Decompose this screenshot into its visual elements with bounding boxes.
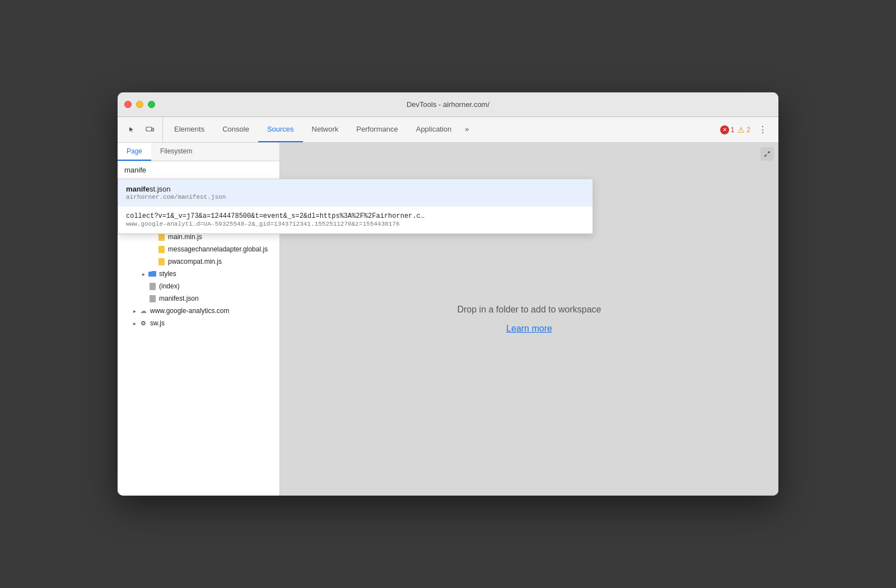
- window-title: DevTools - airhorner.com/: [407, 100, 489, 109]
- search-container: manifest.json airhorner.com/manifest.jso…: [118, 161, 279, 179]
- tree-item-manifest[interactable]: manifest.json: [118, 292, 279, 305]
- title-bar: DevTools - airhorner.com/: [118, 92, 778, 117]
- error-icon: ✕: [720, 125, 729, 134]
- tab-network[interactable]: Network: [303, 117, 348, 142]
- tree-item-index[interactable]: (index): [118, 280, 279, 292]
- svg-rect-0: [146, 127, 152, 131]
- device-icon[interactable]: [142, 122, 158, 138]
- svg-rect-4: [158, 246, 165, 253]
- tab-console[interactable]: Console: [213, 117, 258, 142]
- tree-item-styles[interactable]: styles: [118, 268, 279, 280]
- autocomplete-title-1: manifest.json: [126, 185, 585, 193]
- tree-item-google-analytics[interactable]: ☁ www.google-analytics.com: [118, 305, 279, 317]
- tree-label-index: (index): [159, 282, 180, 290]
- workspace-drop-text: Drop in a folder to add to workspace: [457, 305, 601, 315]
- tree-item-sw[interactable]: ⚙ sw.js: [118, 317, 279, 329]
- autocomplete-title-2: collect?v=1&_v=j73&a=1244478500&t=event&…: [126, 212, 585, 220]
- svg-rect-7: [150, 295, 156, 302]
- sub-tab-filesystem[interactable]: Filesystem: [151, 143, 201, 161]
- menu-button[interactable]: ⋮: [754, 122, 772, 137]
- search-input[interactable]: [118, 161, 279, 179]
- tree-label-main: main.min.js: [168, 233, 202, 241]
- tree-item-msgchannel[interactable]: messagechanneladapter.global.js: [118, 243, 279, 255]
- tab-application[interactable]: Application: [407, 117, 461, 142]
- tab-performance[interactable]: Performance: [347, 117, 407, 142]
- svg-rect-6: [150, 283, 156, 290]
- toolbar-right: ✕ 1 ⚠ 2 ⋮: [720, 117, 776, 142]
- folder-icon-styles: [148, 269, 157, 278]
- tab-sources[interactable]: Sources: [258, 117, 303, 142]
- chevron-styles: [140, 270, 147, 277]
- doc-icon-pwacompat: [157, 257, 166, 266]
- autocomplete-url-2: www.google-analyti…d=UA-59325548-2&_gid=…: [126, 221, 585, 227]
- doc-icon-msgchannel: [157, 245, 166, 254]
- error-badge[interactable]: ✕ 1: [720, 125, 735, 134]
- devtools-window: DevTools - airhorner.com/ Elements Conso…: [118, 92, 778, 496]
- tab-elements[interactable]: Elements: [165, 117, 213, 142]
- traffic-lights: [124, 101, 155, 108]
- maximize-button[interactable]: [148, 101, 155, 108]
- tree-label-pwacompat: pwacompat.min.js: [168, 258, 222, 265]
- svg-rect-3: [158, 234, 165, 241]
- toolbar-icons: [120, 117, 163, 142]
- cloud-icon-analytics: ☁: [139, 306, 148, 315]
- sub-tab-page[interactable]: Page: [118, 143, 151, 161]
- main-content: Page Filesystem manifest.json airhorner.…: [118, 143, 778, 496]
- doc-icon-index: [148, 282, 157, 291]
- svg-rect-5: [158, 258, 165, 265]
- gear-icon-sw: ⚙: [139, 319, 148, 328]
- chevron-sw: [131, 320, 138, 326]
- toolbar: Elements Console Sources Network Perform…: [118, 117, 778, 143]
- tab-more[interactable]: »: [460, 117, 473, 142]
- learn-more-link[interactable]: Learn more: [506, 324, 552, 334]
- doc-icon-manifest: [148, 294, 157, 303]
- warning-badge[interactable]: ⚠ 2: [738, 125, 750, 134]
- warning-icon: ⚠: [738, 125, 745, 134]
- svg-rect-1: [152, 128, 154, 131]
- tree-label-msgchannel: messagechanneladapter.global.js: [168, 245, 268, 253]
- minimize-button[interactable]: [136, 101, 143, 108]
- autocomplete-url-1: airhorner.com/manifest.json: [126, 194, 585, 200]
- collapse-button[interactable]: [760, 147, 774, 161]
- autocomplete-item-1[interactable]: manifest.json airhorner.com/manifest.jso…: [118, 179, 592, 207]
- autocomplete-highlight-1: manife: [126, 185, 150, 193]
- left-panel: Page Filesystem manifest.json airhorner.…: [118, 143, 280, 496]
- tree-label-google-analytics: www.google-analytics.com: [150, 307, 229, 315]
- close-button[interactable]: [124, 101, 132, 108]
- tree-label-manifest: manifest.json: [159, 295, 199, 302]
- autocomplete-dropdown: manifest.json airhorner.com/manifest.jso…: [118, 179, 593, 234]
- autocomplete-item-2[interactable]: collect?v=1&_v=j73&a=1244478500&t=event&…: [118, 207, 592, 234]
- cursor-icon[interactable]: [124, 122, 140, 138]
- tree-label-sw: sw.js: [150, 319, 165, 327]
- sub-tabs: Page Filesystem: [118, 143, 279, 161]
- tree-item-pwacompat[interactable]: pwacompat.min.js: [118, 255, 279, 268]
- chevron-google-analytics: [131, 307, 138, 314]
- tree-label-styles: styles: [159, 270, 176, 278]
